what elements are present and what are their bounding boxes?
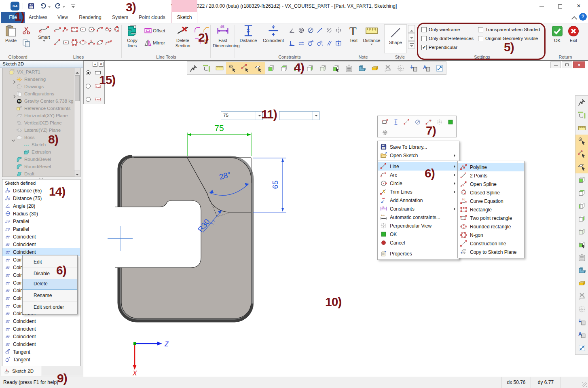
coincident-constraint-button[interactable]: Coincident xyxy=(260,24,286,43)
constraint-tool-button[interactable] xyxy=(334,26,344,35)
dimension-value-input[interactable]: 75 xyxy=(221,111,263,120)
menu-point-clouds[interactable]: Point clouds xyxy=(133,12,171,23)
constraint-list-item[interactable]: Parallel xyxy=(2,217,80,225)
mini-tool-button[interactable] xyxy=(380,128,391,137)
line-tool-button[interactable] xyxy=(79,38,87,47)
view-tool-button[interactable] xyxy=(575,225,588,238)
offset-button[interactable]: Offset xyxy=(143,26,172,36)
view-tool-button[interactable] xyxy=(575,264,588,277)
line-tool-button[interactable] xyxy=(96,38,104,47)
menu-archives[interactable]: Archives xyxy=(27,12,49,23)
dimension-r30[interactable] xyxy=(203,210,222,232)
submenu-item[interactable]: Closed Spline xyxy=(458,188,524,197)
view-tool-button[interactable] xyxy=(381,62,394,74)
line-tool-button[interactable] xyxy=(53,25,62,34)
line-tool-button[interactable] xyxy=(79,25,87,34)
radio-icon[interactable] xyxy=(86,84,91,89)
constraint-list-item[interactable]: Coincident xyxy=(2,317,80,325)
spin-more-button[interactable] xyxy=(408,41,415,49)
view-tool-button[interactable] xyxy=(575,342,588,354)
view-tool-button[interactable] xyxy=(575,316,588,329)
scroll-down-icon[interactable] xyxy=(74,171,80,177)
context-menu-item[interactable]: Edit xyxy=(23,257,77,268)
tree-item[interactable]: Rendering xyxy=(2,76,80,83)
view-tool-button[interactable] xyxy=(226,62,239,74)
tab-sketch-2d[interactable]: Sketch 2D xyxy=(1,366,42,376)
submenu-item[interactable]: f(x) Curve Equation xyxy=(458,197,524,205)
smart-line-button[interactable]: Smart xyxy=(36,24,52,43)
constraint-list-item[interactable]: Coincident xyxy=(2,325,80,333)
view-tool-button[interactable] xyxy=(368,62,381,74)
dimension-height-value[interactable]: 65 xyxy=(271,180,279,189)
context-menu-item[interactable]: Circle xyxy=(378,179,459,188)
mini-tool-button[interactable] xyxy=(434,117,445,127)
context-menu-item[interactable]: Perpendicular View xyxy=(378,221,459,230)
constraint-list-item[interactable]: Radius (30) xyxy=(2,210,80,217)
submenu-item[interactable]: Polyline xyxy=(458,163,524,171)
tree-item[interactable]: Round/Bevel xyxy=(2,163,80,170)
settings-checkbox[interactable]: Only wireframe xyxy=(421,26,460,33)
submenu-item[interactable]: N-gon xyxy=(458,231,524,239)
view-tool-button[interactable] xyxy=(575,251,588,264)
view-tool-button[interactable] xyxy=(575,135,588,148)
context-menu-item[interactable]: Open Sketch xyxy=(378,151,459,161)
context-menu-item[interactable]: Auto Automatic constraints... xyxy=(378,213,459,221)
constraint-tool-button[interactable] xyxy=(307,26,316,35)
minimize-button[interactable] xyxy=(532,0,551,12)
view-tool-button[interactable] xyxy=(213,62,226,74)
view-tool-button[interactable] xyxy=(355,62,368,74)
tree-scrollbar[interactable] xyxy=(74,68,80,177)
context-menu-item[interactable]: Line xyxy=(378,162,459,171)
line-tool-button[interactable] xyxy=(70,25,79,34)
dimension-28deg[interactable] xyxy=(209,183,249,195)
mini-tool-button[interactable] xyxy=(445,117,456,127)
constraint-tool-button[interactable] xyxy=(316,39,325,48)
view-tool-button[interactable] xyxy=(394,62,407,74)
close-button[interactable]: × xyxy=(569,0,588,12)
constraint-list-item[interactable]: Coincident xyxy=(2,240,80,248)
spin-up-button[interactable] xyxy=(408,25,415,33)
mini-tool-button[interactable] xyxy=(391,117,402,127)
maximize-button[interactable] xyxy=(551,0,569,12)
line-tool-button[interactable] xyxy=(87,38,96,47)
view-tool-button[interactable] xyxy=(317,62,330,74)
shape-style-button[interactable]: Shape xyxy=(384,24,407,53)
paste-button[interactable]: Paste xyxy=(2,24,19,43)
exit-button[interactable]: Exit xyxy=(566,24,581,43)
constraint-tool-button[interactable] xyxy=(325,39,334,48)
view-tool-button[interactable] xyxy=(433,62,446,74)
context-menu-item[interactable]: OK xyxy=(378,230,459,238)
submenu-item[interactable]: Open Spline xyxy=(458,180,524,188)
constraint-tool-button[interactable] xyxy=(288,39,297,48)
tree-item[interactable]: Round/Bevel xyxy=(2,156,80,163)
line-tool-button[interactable] xyxy=(96,25,104,34)
constraint-list-item[interactable]: Tangent xyxy=(2,348,80,356)
tree-item[interactable]: Lateral(YZ) Plane xyxy=(2,127,80,134)
view-tool-button[interactable] xyxy=(575,303,588,316)
constraint-list-item[interactable]: Parallel xyxy=(2,225,80,233)
tab-sketch[interactable]: Sketch xyxy=(171,12,197,23)
tree-item[interactable]: 10 Gravity Center 6.738 kg xyxy=(2,97,80,105)
panel-collapse-button[interactable] xyxy=(93,62,97,67)
line-tool-button[interactable] xyxy=(53,38,62,47)
context-menu-item[interactable]: Trim Lines xyxy=(378,188,459,196)
tree-item[interactable]: Sketch xyxy=(2,141,80,148)
submenu-item[interactable]: Rounded rectangle xyxy=(458,222,524,231)
mdi-restore-button[interactable] xyxy=(562,61,572,68)
context-menu-item[interactable]: Rename xyxy=(23,291,77,302)
submenu-item[interactable]: Copy to Sketch Plane xyxy=(458,248,524,256)
tree-item[interactable]: Configurations xyxy=(2,90,80,97)
scroll-up-icon[interactable] xyxy=(74,68,80,74)
tree-item[interactable]: Extrusion xyxy=(2,148,80,156)
copy-button[interactable] xyxy=(21,38,32,48)
cut-button[interactable] xyxy=(21,25,32,36)
view-tool-button[interactable] xyxy=(278,62,291,74)
mini-tool-button[interactable] xyxy=(380,117,391,127)
view-tool-button[interactable] xyxy=(575,160,588,173)
context-menu-item[interactable]: Disable xyxy=(23,269,77,279)
mdi-close-button[interactable]: x xyxy=(573,61,585,68)
view-tool-button[interactable] xyxy=(343,62,355,74)
mini-tool-button[interactable] xyxy=(412,117,423,127)
line-tool-button[interactable] xyxy=(62,25,70,34)
view-tool-button[interactable] xyxy=(575,96,588,109)
